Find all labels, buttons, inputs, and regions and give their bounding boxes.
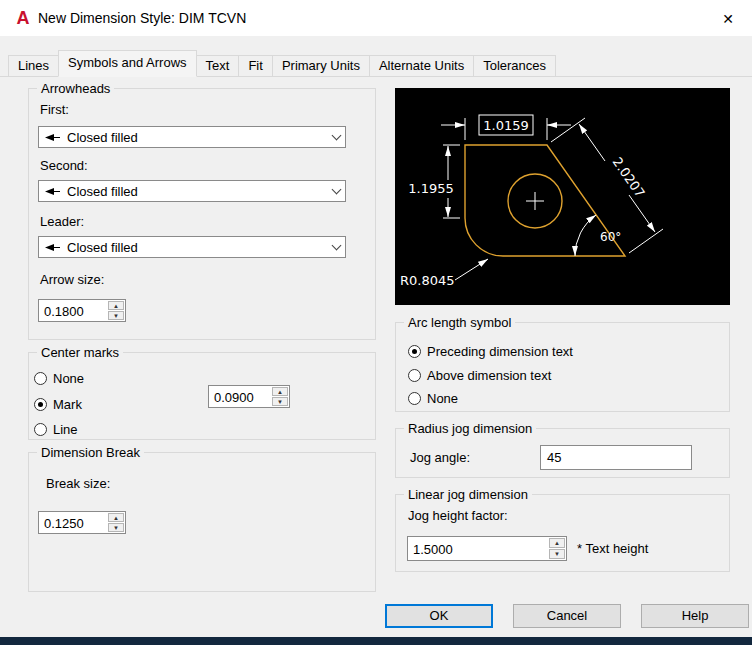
radio-label: None: [427, 391, 458, 406]
arrow-size-label: Arrow size:: [40, 272, 104, 287]
spin-down-icon[interactable]: [108, 523, 124, 532]
preview-left-dim-text: 1.1955: [408, 181, 454, 196]
radio-icon: [408, 369, 421, 382]
break-size-label: Break size:: [46, 476, 110, 491]
center-mark-mark-radio[interactable]: Mark: [34, 396, 82, 412]
first-label: First:: [40, 102, 69, 117]
arc-above-radio[interactable]: Above dimension text: [408, 367, 551, 383]
dimension-style-preview: 1.0159 1.1955 2.0207 60° R0.8045: [395, 88, 730, 305]
center-mark-line-radio[interactable]: Line: [34, 421, 78, 437]
arrow-size-value[interactable]: 0.1800: [44, 303, 84, 318]
new-dimension-style-dialog: A New Dimension Style: DIM TCVN ✕ Lines …: [0, 0, 752, 645]
spin-down-icon[interactable]: [272, 397, 288, 406]
arc-length-symbol-legend: Arc length symbol: [404, 315, 515, 330]
spinner-buttons: [108, 301, 124, 320]
second-arrowhead-value: Closed filled: [67, 184, 327, 199]
tab-primary-units[interactable]: Primary Units: [272, 55, 370, 77]
first-arrowhead-value: Closed filled: [67, 130, 327, 145]
second-label: Second:: [40, 158, 88, 173]
spin-down-icon[interactable]: [549, 549, 565, 559]
chevron-down-icon[interactable]: [327, 127, 345, 147]
radio-icon: [34, 423, 47, 436]
arc-preceding-radio[interactable]: Preceding dimension text: [408, 343, 573, 359]
radio-icon: [34, 398, 47, 411]
radio-label: Mark: [53, 397, 82, 412]
closed-filled-arrowhead-icon: [45, 187, 60, 196]
leader-arrowhead-combo[interactable]: Closed filled: [38, 236, 346, 258]
chevron-down-icon[interactable]: [327, 181, 345, 201]
leader-label: Leader:: [40, 214, 84, 229]
spinner-buttons: [108, 513, 124, 532]
autocad-logo-icon: A: [13, 8, 33, 28]
tab-alternate-units[interactable]: Alternate Units: [369, 55, 474, 77]
jog-angle-input[interactable]: 45: [540, 445, 692, 470]
cancel-button[interactable]: Cancel: [513, 604, 621, 628]
radio-label: Preceding dimension text: [427, 344, 573, 359]
chevron-down-icon[interactable]: [327, 237, 345, 257]
tab-lines[interactable]: Lines: [8, 55, 59, 77]
radio-label: Line: [53, 422, 78, 437]
first-arrowhead-combo[interactable]: Closed filled: [38, 126, 346, 148]
preview-radius-dim-text: R0.8045: [400, 273, 455, 288]
center-marks-legend: Center marks: [37, 345, 123, 360]
closed-filled-arrowhead-icon: [45, 133, 60, 142]
preview-angle-dim-text: 60°: [600, 230, 621, 244]
break-size-value[interactable]: 0.1250: [44, 515, 84, 530]
ok-button[interactable]: OK: [385, 604, 493, 628]
leader-arrowhead-value: Closed filled: [67, 240, 327, 255]
title-bar: A New Dimension Style: DIM TCVN ✕: [0, 0, 752, 36]
arrow-size-spinner[interactable]: 0.1800: [38, 299, 126, 322]
tab-fit[interactable]: Fit: [238, 55, 272, 77]
help-button[interactable]: Help: [641, 604, 749, 628]
radio-icon: [34, 372, 47, 385]
jog-height-factor-spinner[interactable]: 1.5000: [407, 536, 567, 561]
radio-label: None: [53, 371, 84, 386]
arrowheads-legend: Arrowheads: [37, 81, 114, 96]
spin-down-icon[interactable]: [108, 311, 124, 320]
spinner-buttons: [549, 538, 565, 559]
background-strip: [0, 637, 752, 645]
spin-up-icon[interactable]: [549, 538, 565, 548]
spin-up-icon[interactable]: [108, 513, 124, 522]
center-mark-size-spinner[interactable]: 0.0900: [208, 385, 290, 408]
radio-icon: [408, 345, 421, 358]
spin-up-icon[interactable]: [108, 301, 124, 310]
center-mark-size-value[interactable]: 0.0900: [214, 389, 254, 404]
break-size-spinner[interactable]: 0.1250: [38, 511, 126, 534]
text-height-note: * Text height: [577, 541, 648, 556]
radio-icon: [408, 392, 421, 405]
spinner-buttons: [272, 387, 288, 406]
tab-strip: Lines Symbols and Arrows Text Fit Primar…: [8, 50, 556, 77]
arc-none-radio[interactable]: None: [408, 390, 458, 406]
linear-jog-legend: Linear jog dimension: [404, 487, 532, 502]
tab-tolerances[interactable]: Tolerances: [473, 55, 556, 77]
dialog-title: New Dimension Style: DIM TCVN: [38, 0, 246, 36]
jog-height-factor-value[interactable]: 1.5000: [413, 541, 453, 556]
closed-filled-arrowhead-icon: [45, 243, 60, 252]
close-icon[interactable]: ✕: [717, 8, 739, 30]
radius-jog-legend: Radius jog dimension: [404, 421, 536, 436]
preview-diagonal-dim-text: 2.0207: [609, 154, 647, 200]
tab-text[interactable]: Text: [196, 55, 240, 77]
preview-top-dim-text: 1.0159: [483, 118, 529, 133]
radio-label: Above dimension text: [427, 368, 551, 383]
dimension-break-legend: Dimension Break: [37, 445, 144, 460]
jog-angle-label: Jog angle:: [410, 450, 470, 465]
second-arrowhead-combo[interactable]: Closed filled: [38, 180, 346, 202]
spin-up-icon[interactable]: [272, 387, 288, 396]
center-mark-none-radio[interactable]: None: [34, 370, 84, 386]
tab-symbols-and-arrows[interactable]: Symbols and Arrows: [58, 50, 197, 77]
jog-height-factor-label: Jog height factor:: [408, 508, 508, 523]
